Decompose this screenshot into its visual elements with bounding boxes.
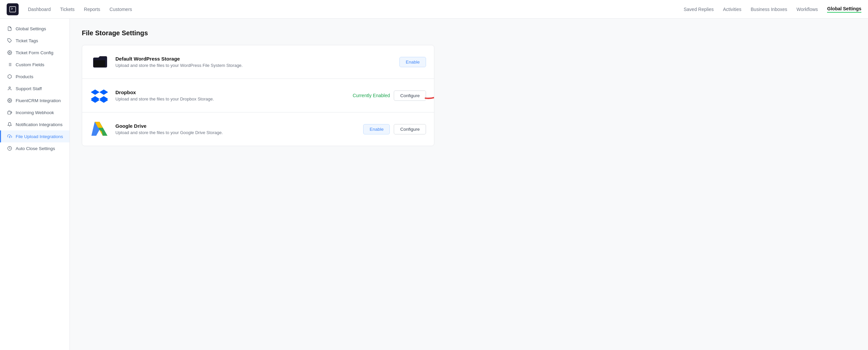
svg-point-10	[9, 100, 10, 101]
storage-card-wordpress: Default WordPress Storage Upload and sto…	[82, 45, 434, 79]
sidebar-label: FluentCRM Integration	[16, 98, 61, 103]
wordpress-logo	[90, 53, 109, 71]
sidebar-item-products[interactable]: Products	[0, 70, 69, 83]
sidebar-label: Auto Close Settings	[16, 146, 55, 151]
svg-point-2	[9, 52, 10, 53]
sidebar-label: File Upload Integrations	[16, 134, 63, 139]
google-drive-configure-button[interactable]: Configure	[394, 124, 426, 135]
dropbox-logo	[90, 86, 109, 105]
svg-point-9	[9, 87, 11, 88]
sidebar-label: Ticket Form Config	[16, 50, 54, 55]
wordpress-desc: Upload and store the files to your WordP…	[115, 63, 393, 68]
sidebar-item-global-settings[interactable]: Global Settings	[0, 23, 69, 35]
nav-left: Dashboard Tickets Reports Customers	[28, 7, 132, 12]
sidebar-item-custom-fields[interactable]: Custom Fields	[0, 59, 69, 70]
sidebar-label: Global Settings	[16, 26, 46, 31]
currently-enabled-badge: Currently Enabled	[352, 93, 390, 98]
sidebar-label: Support Staff	[16, 86, 42, 91]
sidebar-label: Notification Integrations	[16, 122, 63, 127]
sidebar-item-support-staff[interactable]: Support Staff	[0, 83, 69, 94]
sidebar-item-auto-close-settings[interactable]: Auto Close Settings	[0, 142, 69, 154]
google-drive-desc: Upload and store the files to your Googl…	[115, 130, 356, 135]
dropbox-configure-button[interactable]: Configure	[394, 90, 426, 101]
svg-marker-16	[91, 89, 99, 95]
storage-card-google-drive: Google Drive Upload and store the files …	[82, 113, 434, 146]
sidebar-item-file-upload-integrations[interactable]: File Upload Integrations	[0, 130, 69, 142]
dropbox-actions: Currently Enabled Configure	[352, 90, 426, 101]
sidebar-label: Incoming Webhook	[16, 110, 54, 115]
clock-icon	[7, 146, 12, 151]
sidebar-label: Ticket Tags	[16, 38, 38, 43]
integration-icon	[7, 98, 12, 103]
storage-cards-container: Default WordPress Storage Upload and sto…	[82, 45, 434, 146]
google-drive-title: Google Drive	[115, 123, 356, 129]
wordpress-title: Default WordPress Storage	[115, 56, 393, 62]
nav-tickets[interactable]: Tickets	[60, 7, 75, 12]
google-drive-info: Google Drive Upload and store the files …	[115, 123, 356, 135]
nav-customers[interactable]: Customers	[110, 7, 132, 12]
storage-card-dropbox: Dropbox Upload and store the files to yo…	[82, 79, 434, 113]
upload-icon	[7, 134, 12, 139]
sidebar-item-fluentcrm[interactable]: FluentCRM Integration	[0, 94, 69, 107]
main-content: File Storage Settings Default WordPress …	[70, 19, 868, 350]
sidebar-item-ticket-form-config[interactable]: Ticket Form Config	[0, 47, 69, 59]
sidebar-label: Products	[16, 74, 33, 79]
app-logo[interactable]	[7, 3, 19, 15]
nav-workflows[interactable]: Workflows	[797, 7, 818, 12]
tag-icon	[7, 38, 12, 43]
wordpress-actions: Enable	[399, 57, 426, 67]
svg-rect-0	[10, 6, 16, 12]
page-title: File Storage Settings	[82, 29, 856, 37]
webhook-icon	[7, 110, 12, 115]
bell-icon	[7, 122, 12, 127]
svg-marker-17	[99, 89, 108, 95]
nav-right: Saved Replies Activities Business Inboxe…	[684, 6, 861, 12]
google-drive-logo	[90, 120, 109, 138]
nav-dashboard[interactable]: Dashboard	[28, 7, 51, 12]
dropbox-info: Dropbox Upload and store the files to yo…	[115, 89, 346, 101]
box-icon	[7, 74, 12, 79]
gear-icon	[7, 50, 12, 55]
person-icon	[7, 86, 12, 91]
google-drive-actions: Enable Configure	[363, 124, 426, 135]
sidebar-item-incoming-webhook[interactable]: Incoming Webhook	[0, 107, 69, 118]
app-layout: Global Settings Ticket Tags Ticket Form …	[0, 19, 868, 350]
top-nav: Dashboard Tickets Reports Customers Save…	[0, 0, 868, 19]
sidebar-item-notification-integrations[interactable]: Notification Integrations	[0, 118, 69, 130]
nav-business-inboxes[interactable]: Business Inboxes	[751, 7, 787, 12]
sidebar-label: Custom Fields	[16, 62, 44, 67]
list-icon	[7, 62, 12, 67]
file-icon	[7, 26, 12, 31]
wordpress-info: Default WordPress Storage Upload and sto…	[115, 56, 393, 68]
nav-global-settings[interactable]: Global Settings	[827, 6, 861, 12]
dropbox-desc: Upload and store the files to your Dropb…	[115, 96, 346, 101]
sidebar: Global Settings Ticket Tags Ticket Form …	[0, 19, 70, 350]
dropbox-title: Dropbox	[115, 89, 346, 95]
nav-saved-replies[interactable]: Saved Replies	[684, 7, 714, 12]
nav-reports[interactable]: Reports	[84, 7, 100, 12]
sidebar-item-ticket-tags[interactable]: Ticket Tags	[0, 35, 69, 47]
nav-activities[interactable]: Activities	[723, 7, 741, 12]
google-drive-enable-button[interactable]: Enable	[363, 124, 390, 135]
wordpress-enable-button[interactable]: Enable	[399, 57, 426, 67]
